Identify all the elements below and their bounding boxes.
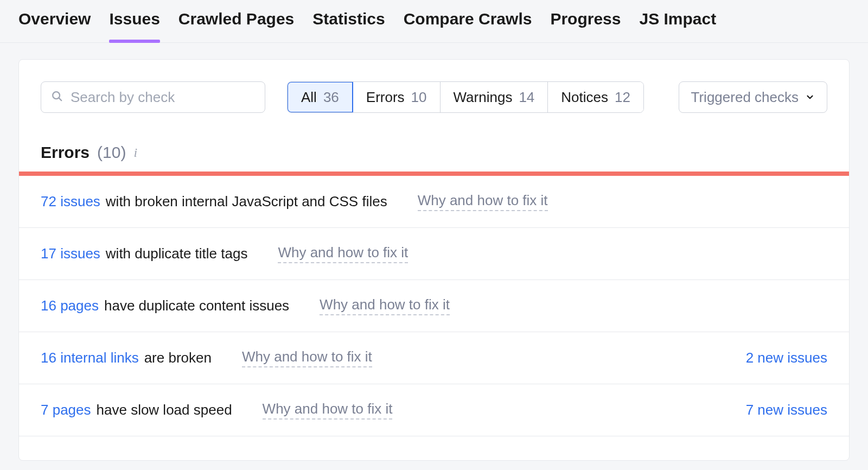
fix-link[interactable]: Why and how to fix it [278, 244, 408, 263]
filter-count: 14 [519, 89, 534, 106]
issue-description: with duplicate title tags [106, 245, 248, 262]
tab-statistics[interactable]: Statistics [312, 10, 385, 42]
search-input[interactable] [71, 89, 255, 106]
tab-compare-crawls[interactable]: Compare Crawls [404, 10, 532, 42]
issue-row: 16 internal links are broken Why and how… [19, 332, 849, 384]
issue-text: 72 issues with broken internal JavaScrip… [41, 193, 387, 210]
issue-count-link[interactable]: 16 internal links [41, 350, 139, 366]
issue-description: have slow load speed [97, 402, 232, 418]
triggered-checks-dropdown[interactable]: Triggered checks [679, 81, 827, 113]
fix-link[interactable]: Why and how to fix it [242, 348, 372, 367]
filter-label: Errors [366, 89, 405, 106]
info-icon[interactable]: i [133, 145, 137, 160]
filter-warnings[interactable]: Warnings 14 [441, 82, 548, 112]
filter-all[interactable]: All 36 [287, 81, 353, 113]
issue-description: with broken internal JavaScript and CSS … [106, 193, 387, 210]
errors-accent-bar [19, 172, 849, 176]
issue-text: 7 pages have slow load speed [41, 402, 232, 418]
issue-row: 72 issues with broken internal JavaScrip… [19, 176, 849, 228]
issue-text: 16 internal links are broken [41, 350, 212, 366]
fix-link[interactable]: Why and how to fix it [320, 296, 450, 315]
filter-errors[interactable]: Errors 10 [353, 82, 441, 112]
issue-count-link[interactable]: 7 pages [41, 402, 91, 418]
tab-progress[interactable]: Progress [550, 10, 621, 42]
filter-count: 12 [615, 89, 630, 106]
issue-count-link[interactable]: 72 issues [41, 193, 100, 210]
issue-text: 16 pages have duplicate content issues [41, 297, 289, 314]
issue-row: 7 pages have slow load speed Why and how… [19, 384, 849, 436]
svg-line-1 [59, 98, 62, 101]
fix-link[interactable]: Why and how to fix it [263, 401, 393, 420]
fix-link[interactable]: Why and how to fix it [418, 192, 548, 211]
new-issues-link[interactable]: 7 new issues [746, 402, 827, 418]
controls-row: All 36 Errors 10 Warnings 14 Notices 12 … [19, 60, 849, 113]
filter-segment: All 36 Errors 10 Warnings 14 Notices 12 [287, 81, 644, 113]
tab-overview[interactable]: Overview [18, 10, 91, 42]
tab-crawled-pages[interactable]: Crawled Pages [178, 10, 294, 42]
filter-label: Notices [561, 89, 608, 106]
issue-row: 16 pages have duplicate content issues W… [19, 280, 849, 332]
issue-count-link[interactable]: 16 pages [41, 297, 99, 314]
section-header: Errors (10) i [19, 113, 849, 172]
issue-count-link[interactable]: 17 issues [41, 245, 100, 262]
tab-js-impact[interactable]: JS Impact [639, 10, 716, 42]
filter-count: 10 [411, 89, 427, 106]
filter-count: 36 [323, 89, 339, 106]
chevron-down-icon [805, 89, 815, 106]
filter-notices[interactable]: Notices 12 [548, 82, 643, 112]
issues-panel: All 36 Errors 10 Warnings 14 Notices 12 … [18, 59, 850, 461]
filter-label: All [301, 89, 317, 106]
issue-text: 17 issues with duplicate title tags [41, 245, 247, 262]
section-title: Errors [41, 143, 90, 162]
section-count: (10) [97, 143, 126, 162]
issue-row: 17 issues with duplicate title tags Why … [19, 228, 849, 280]
tab-issues[interactable]: Issues [109, 10, 159, 42]
new-issues-link[interactable]: 2 new issues [746, 350, 827, 366]
main-tabs: Overview Issues Crawled Pages Statistics… [0, 0, 868, 43]
search-icon [51, 90, 63, 104]
issue-description: are broken [144, 350, 212, 366]
search-input-wrap[interactable] [41, 81, 265, 113]
triggered-checks-label: Triggered checks [691, 89, 799, 106]
filter-label: Warnings [454, 89, 513, 106]
issue-description: have duplicate content issues [104, 297, 289, 314]
